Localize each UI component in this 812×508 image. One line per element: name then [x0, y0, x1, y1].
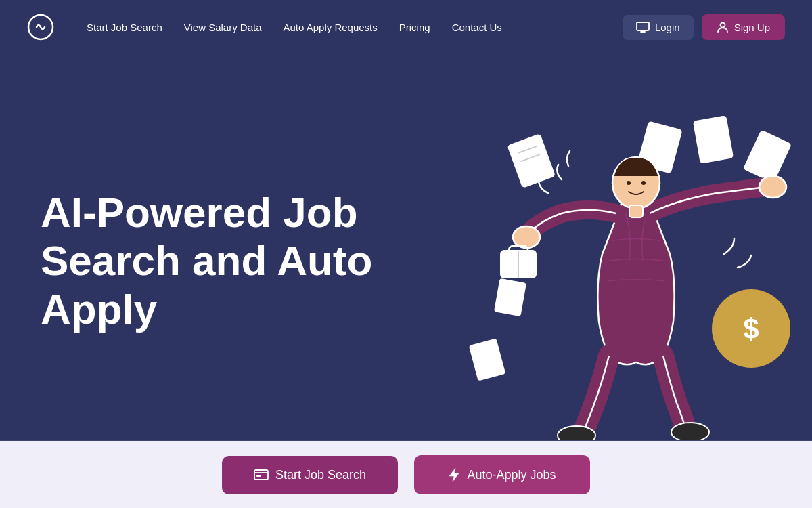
cta-section: Start Job Search Auto-Apply Jobs	[0, 441, 812, 508]
svg-rect-24	[254, 470, 268, 480]
nav-pricing[interactable]: Pricing	[399, 22, 430, 33]
svg-rect-9	[694, 116, 733, 163]
svg-rect-10	[744, 131, 791, 182]
nav-contact-us[interactable]: Contact Us	[452, 22, 502, 33]
svg-rect-16	[629, 205, 643, 217]
svg-point-14	[627, 181, 631, 185]
hero-title: AI-Powered Job Search and Auto Apply	[41, 188, 379, 333]
lightning-icon	[448, 467, 460, 482]
credit-card-icon	[254, 469, 269, 480]
signup-button[interactable]: Sign Up	[702, 14, 785, 40]
nav-view-salary-data[interactable]: View Salary Data	[184, 22, 262, 33]
hero-text: AI-Powered Job Search and Auto Apply	[41, 188, 379, 333]
logo-icon	[27, 14, 54, 41]
nav-links: Start Job Search View Salary Data Auto A…	[87, 22, 601, 33]
svg-point-2	[720, 23, 725, 28]
svg-rect-5	[508, 134, 555, 187]
logo[interactable]	[27, 14, 54, 41]
nav-auto-apply-requests[interactable]: Auto Apply Requests	[284, 22, 378, 33]
svg-point-20	[759, 176, 786, 198]
illustration-svg: $	[392, 54, 812, 440]
hero-section: AI-Powered Job Search and Auto Apply $	[0, 54, 812, 440]
svg-rect-1	[637, 22, 649, 30]
svg-point-17	[558, 426, 595, 440]
start-job-search-label: Start Job Search	[275, 468, 366, 482]
signup-label: Sign Up	[734, 22, 770, 33]
hero-illustration: $	[392, 54, 812, 440]
login-label: Login	[655, 22, 680, 33]
nav-actions: Login Sign Up	[623, 14, 785, 40]
svg-rect-12	[470, 339, 505, 381]
svg-rect-26	[256, 475, 261, 477]
nav-start-job-search[interactable]: Start Job Search	[87, 22, 162, 33]
monitor-icon	[636, 22, 650, 33]
start-job-search-button[interactable]: Start Job Search	[222, 456, 398, 494]
svg-point-15	[641, 181, 646, 185]
svg-point-19	[513, 226, 540, 248]
auto-apply-jobs-button[interactable]: Auto-Apply Jobs	[414, 455, 590, 494]
svg-rect-11	[495, 279, 526, 316]
login-button[interactable]: Login	[623, 15, 694, 40]
auto-apply-jobs-label: Auto-Apply Jobs	[467, 468, 556, 482]
user-icon	[717, 21, 729, 33]
svg-point-18	[671, 423, 709, 440]
svg-text:$: $	[743, 313, 759, 345]
navbar: Start Job Search View Salary Data Auto A…	[0, 0, 812, 54]
